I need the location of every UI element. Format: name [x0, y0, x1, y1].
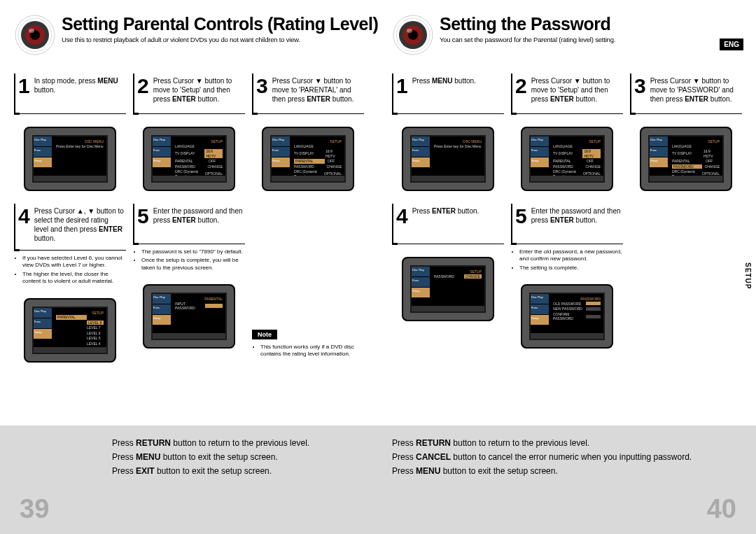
page-right: ENG SETUP Setting the Password You can s… [378, 0, 756, 534]
tv-screenshot: Disc PlayFunc.Setup PARENTAL INPUT PASSW… [143, 284, 235, 349]
footer-line: Press CANCEL button to cancel the error … [392, 452, 700, 462]
steps-row-top: 1 Press MENU button.DSC MENU Disc PlayFu… [392, 73, 742, 191]
tv-screenshot: Disc PlayFunc.Setup SETUPPARENTALLEVEL 8… [24, 298, 116, 363]
step-2: 2 Press Cursor ▼ button to move to 'Setu… [133, 73, 245, 191]
steps-row-top: 1 In stop mode, press MENU button.DSC ME… [14, 73, 364, 191]
step-notes: Enter the old password, a new password, … [511, 244, 623, 272]
page-number: 39 [20, 494, 49, 524]
svg-point-11 [407, 29, 412, 33]
tv-screenshot: Disc PlayFunc.Setup SETUP PASSWORDCHANGE [402, 257, 494, 321]
step-3: 3 Press Cursor ▼ button to move to 'PASS… [630, 73, 742, 191]
step-number: 5 [515, 206, 527, 237]
note-column: Note This function works only if a DVD d… [252, 204, 364, 363]
tv-screenshot: DSC MENU Disc PlayFunc.Setup Press Enter… [24, 127, 116, 191]
step-number: 3 [256, 76, 268, 106]
page-subtitle: Use this to restrict playback of adult o… [62, 36, 378, 43]
language-badge: ENG [720, 38, 743, 50]
step-text: Enter the password and then press ENTER … [531, 206, 622, 237]
step-1: 1 Press MENU button.DSC MENU Disc PlayFu… [392, 73, 504, 191]
step-4: 4 Press Cursor ▲, ▼ button to select the… [14, 204, 126, 363]
header-right: Setting the Password You can set the pas… [392, 14, 742, 56]
steps-row-bottom: 4 Press ENTER button. Disc PlayFunc.Setu… [392, 204, 742, 349]
step-text: In stop mode, press MENU button. [34, 76, 125, 106]
step-text: Press ENTER button. [412, 206, 479, 237]
footer-band-right: 40 Press RETURN button to return to the … [378, 426, 756, 534]
step-number: 1 [396, 76, 408, 106]
step-text: Press MENU button. [412, 76, 476, 106]
footer-band-left: 39 Press RETURN button to return to the … [0, 426, 378, 534]
header-left: Setting Parental Controls (Rating Level)… [14, 14, 364, 56]
footer-line: Press RETURN button to return to the pre… [392, 438, 700, 448]
steps-row-bottom: 4 Press Cursor ▲, ▼ button to select the… [14, 204, 364, 363]
tv-screenshot: Disc PlayFunc.Setup PASSWORDOLD PASSWORD… [521, 284, 613, 349]
tv-screenshot: Disc PlayFunc.Setup SETUPLANGUAGETV DISP… [262, 127, 354, 191]
tv-screenshot: DSC MENU Disc PlayFunc.Setup Press Enter… [402, 127, 494, 191]
svg-point-5 [29, 29, 34, 33]
step-notes: The password is set to "7890" by default… [133, 244, 245, 272]
step-number: 2 [515, 76, 527, 106]
step-4: 4 Press ENTER button. Disc PlayFunc.Setu… [392, 204, 504, 349]
step-text: Press Cursor ▼ button to move to 'PARENT… [272, 76, 363, 106]
step-number: 4 [396, 206, 408, 237]
step-2: 2 Press Cursor ▼ button to move to 'Setu… [511, 73, 623, 191]
step-number: 2 [137, 76, 149, 106]
step-number: 4 [18, 206, 30, 243]
empty-column [630, 204, 742, 349]
step-text: Press Cursor ▼ button to move to 'Setup'… [531, 76, 622, 106]
step-5: 5 Enter the password and then press ENTE… [511, 204, 623, 349]
step-number: 3 [634, 76, 646, 106]
page-title: Setting Parental Controls (Rating Level) [62, 14, 378, 34]
step-notes: If you have selected Level 6, you cannot… [14, 251, 126, 286]
note-bullets: This function works only if a DVD disc c… [252, 339, 364, 358]
step-text: Enter the password and then press ENTER … [153, 206, 244, 237]
step-text: Press Cursor ▼ button to move to 'Setup'… [153, 76, 244, 106]
footer-line: Press RETURN button to return to the pre… [112, 438, 364, 448]
step-3: 3 Press Cursor ▼ button to move to 'PARE… [252, 73, 364, 191]
step-1: 1 In stop mode, press MENU button.DSC ME… [14, 73, 126, 191]
step-text: Press Cursor ▲, ▼ button to select the d… [34, 206, 125, 243]
step-number: 5 [137, 206, 149, 237]
step-text: Press Cursor ▼ button to move to 'PASSWO… [650, 76, 741, 106]
setup-tab: SETUP [744, 262, 752, 289]
page-number: 40 [707, 494, 736, 524]
note-label: Note [252, 330, 277, 339]
footer-line: Press EXIT button to exit the setup scre… [112, 466, 364, 476]
speaker-icon [392, 14, 434, 56]
footer-line: Press MENU button to exit the setup scre… [392, 466, 700, 476]
footer-line: Press MENU button to exit the setup scre… [112, 452, 364, 462]
step-number: 1 [18, 76, 30, 106]
speaker-icon [14, 14, 56, 56]
page-left: Setting Parental Controls (Rating Level)… [0, 0, 378, 534]
tv-screenshot: Disc PlayFunc.Setup SETUPLANGUAGETV DISP… [143, 127, 235, 191]
page-title: Setting the Password [440, 14, 742, 34]
page-subtitle: You can set the password for the Parenta… [440, 36, 742, 43]
tv-screenshot: Disc PlayFunc.Setup SETUPLANGUAGETV DISP… [521, 127, 613, 191]
tv-screenshot: Disc PlayFunc.Setup SETUPLANGUAGETV DISP… [640, 127, 732, 191]
step-5: 5 Enter the password and then press ENTE… [133, 204, 245, 363]
